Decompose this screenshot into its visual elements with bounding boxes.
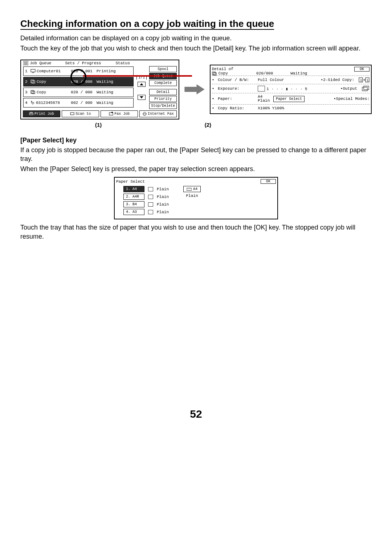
svg-rect-13 <box>109 113 113 115</box>
tray-button[interactable]: 3. B4 <box>123 201 144 207</box>
output-label: Output <box>343 86 357 91</box>
detail-button[interactable]: Detail <box>149 89 177 95</box>
special-modes-label: Special Modes: <box>336 97 369 101</box>
tray-icon <box>148 202 153 207</box>
exposure-label: Exposure: <box>218 86 254 91</box>
row-num: 1 <box>25 69 29 73</box>
col-status: Status <box>115 61 130 65</box>
copy-icon <box>30 90 36 94</box>
arrow-right-icon <box>184 84 204 94</box>
tray-button[interactable]: 2. A4R <box>123 194 144 200</box>
svg-rect-17 <box>212 72 215 75</box>
tray-type: Plain <box>157 202 169 207</box>
row-name: 0312345678 <box>36 101 60 105</box>
row-status: Printing <box>97 69 118 73</box>
ratio-label: Copy Ratio: <box>218 106 254 110</box>
tray-type: Plain <box>157 195 169 199</box>
tab-label: Scan to <box>75 112 91 116</box>
row-status: Waiting <box>97 80 118 84</box>
tab-fax-job[interactable]: Fax Job <box>101 110 138 117</box>
row-sets: 020 / 000 <box>69 80 95 84</box>
duplex-icon: 11 <box>359 77 369 82</box>
row-num: 3 <box>25 90 29 94</box>
tray-button[interactable]: 4. A3 <box>123 209 144 215</box>
intro-line-1: Detailed information can be displayed on… <box>20 34 372 42</box>
row-status: Waiting <box>97 90 118 94</box>
row-num: 4 <box>25 101 29 105</box>
svg-rect-14 <box>111 112 113 113</box>
stop-delete-button[interactable]: Stop/Delete <box>149 103 177 109</box>
ps-title: Paper Select <box>116 179 145 184</box>
fax-icon <box>109 112 113 116</box>
job-row-2[interactable]: 2 Copy 020 / 000 Waiting <box>23 77 134 86</box>
job-queue-panel: Job Queue Sets / Progress Status 1 Compu… <box>20 60 179 119</box>
twosided-label: 2-Sided Copy: <box>323 78 354 82</box>
row-name: Computer01 <box>37 69 61 73</box>
copy-icon <box>30 80 36 84</box>
svg-text:1: 1 <box>367 79 368 82</box>
tray-row-1[interactable]: 1. A4 Plain <box>123 186 169 192</box>
svg-rect-8 <box>31 90 34 93</box>
ps-ok-button[interactable]: OK <box>261 179 276 184</box>
svg-text:1: 1 <box>360 79 362 82</box>
detail-title: Detail of <box>212 67 307 71</box>
row-name: Copy <box>37 90 46 94</box>
bypass-type: Plain <box>186 194 198 198</box>
tray-icon <box>148 187 153 191</box>
closing-para: Touch the tray that has the size of pape… <box>20 223 372 241</box>
scroll-down-button[interactable] <box>138 95 146 100</box>
svg-rect-12 <box>70 113 74 115</box>
svg-rect-4 <box>31 69 35 72</box>
detail-ok-button[interactable]: OK <box>354 67 369 72</box>
svg-rect-24 <box>364 86 369 90</box>
tab-label: Internet Fax <box>148 112 174 116</box>
detail-state: Waiting <box>290 71 307 76</box>
intro-line-2: Touch the key of the job that you wish t… <box>20 44 372 53</box>
job-row-4[interactable]: 4 0312345678 002 / 000 Waiting <box>23 98 134 108</box>
printer-icon <box>29 112 33 116</box>
job-queue-title: Job Queue <box>30 61 51 65</box>
ps-para-2: When the [Paper Select] key is pressed, … <box>20 165 372 173</box>
exposure-scale: 1 · · · ▮ · · · 5 <box>266 86 307 91</box>
svg-rect-23 <box>362 87 367 91</box>
paper-select-heading: [Paper Select] key <box>20 137 372 144</box>
tray-icon <box>148 210 153 214</box>
colour-value: Full Colour <box>258 78 284 82</box>
output-icon <box>362 86 369 92</box>
callout-2: (2) <box>205 122 211 128</box>
bypass-tray-button[interactable]: A4 <box>183 186 201 192</box>
copy-icon <box>212 72 217 76</box>
ratio-value: X100% Y100% <box>258 106 284 110</box>
tab-label: Print Job <box>34 112 54 116</box>
row-num: 2 <box>25 80 29 84</box>
globe-icon <box>143 112 147 116</box>
pc-icon <box>30 69 36 73</box>
scroll-up-button[interactable] <box>138 82 146 87</box>
scanner-icon <box>70 112 74 116</box>
tab-print-job[interactable]: Print Job <box>23 110 60 117</box>
tray-icon <box>148 195 153 199</box>
tray-type: Plain <box>157 187 169 191</box>
bypass-size: A4 <box>193 187 197 191</box>
paper-type: Plain <box>258 99 270 103</box>
spool-button[interactable]: Spool <box>149 66 177 72</box>
paper-select-button[interactable]: Paper Select <box>273 96 305 102</box>
tray-button[interactable]: 1. A4 <box>123 186 144 192</box>
tray-row-2[interactable]: 2. A4R Plain <box>123 194 169 200</box>
bypass-icon <box>187 187 192 191</box>
col-sets: Sets / Progress <box>65 61 101 65</box>
tab-scan-to[interactable]: Scan to <box>62 110 99 117</box>
svg-rect-25 <box>187 188 192 190</box>
tray-type: Plain <box>157 210 169 214</box>
tab-label: Fax Job <box>114 112 130 116</box>
job-row-3[interactable]: 3 Copy 020 / 000 Waiting <box>23 88 134 97</box>
tray-row-3[interactable]: 3. B4 Plain <box>123 201 169 207</box>
list-icon <box>23 61 28 65</box>
callout-1: (1) <box>95 122 102 128</box>
tab-internet-fax[interactable]: Internet Fax <box>139 110 177 117</box>
detail-count: 020/000 <box>256 71 273 76</box>
complete-button[interactable]: Complete <box>149 80 177 86</box>
tray-row-4[interactable]: 4. A3 Plain <box>123 209 169 215</box>
colour-label: Colour / B/W: <box>218 78 254 82</box>
priority-button[interactable]: Priority <box>149 96 177 102</box>
